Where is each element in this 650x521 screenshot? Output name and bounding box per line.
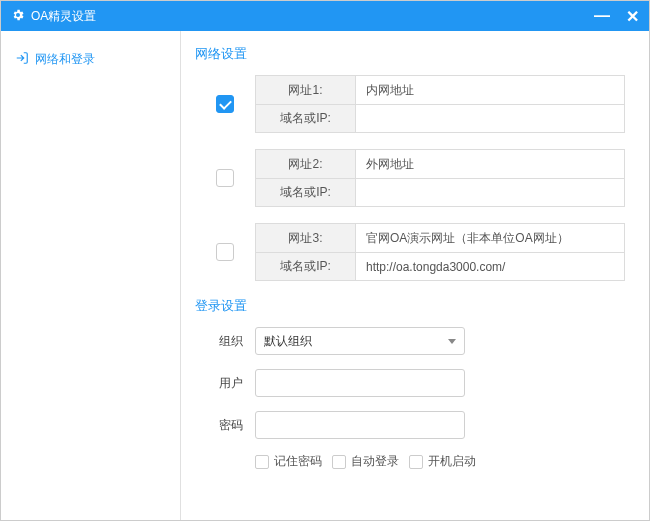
- network-2-addr-value: 外网地址: [356, 150, 624, 178]
- user-input[interactable]: [255, 369, 465, 397]
- minimize-button[interactable]: —: [594, 7, 610, 26]
- login-icon: [15, 51, 29, 68]
- remember-password-label: 记住密码: [274, 453, 322, 470]
- gear-icon: [11, 8, 25, 25]
- window-title: OA精灵设置: [31, 8, 96, 25]
- network-3-domain-label: 域名或IP:: [256, 253, 356, 280]
- network-entry-2: 网址2: 外网地址 域名或IP:: [195, 149, 625, 207]
- user-label: 用户: [195, 375, 255, 392]
- network-1-domain-input[interactable]: [366, 112, 614, 126]
- auto-login-label: 自动登录: [351, 453, 399, 470]
- password-label: 密码: [195, 417, 255, 434]
- network-1-domain-label: 域名或IP:: [256, 105, 356, 132]
- remember-password-checkbox[interactable]: [255, 455, 269, 469]
- network-1-addr-label: 网址1:: [256, 76, 356, 104]
- network-3-checkbox[interactable]: [216, 243, 234, 261]
- sidebar-item-label: 网络和登录: [35, 51, 95, 68]
- network-1-addr-value: 内网地址: [356, 76, 624, 104]
- autostart-label: 开机启动: [428, 453, 476, 470]
- network-2-addr-label: 网址2:: [256, 150, 356, 178]
- network-entry-3: 网址3: 官网OA演示网址（非本单位OA网址） 域名或IP:: [195, 223, 625, 281]
- close-button[interactable]: ✕: [626, 7, 639, 26]
- org-select[interactable]: 默认组织: [255, 327, 465, 355]
- network-3-addr-value: 官网OA演示网址（非本单位OA网址）: [356, 224, 624, 252]
- sidebar-item-network-login[interactable]: 网络和登录: [1, 45, 180, 74]
- main-panel: 网络设置 网址1: 内网地址 域名或IP:: [181, 31, 649, 520]
- sidebar: 网络和登录: [1, 31, 181, 520]
- login-section-title: 登录设置: [195, 297, 625, 315]
- org-select-value: 默认组织: [264, 333, 312, 350]
- network-section-title: 网络设置: [195, 45, 625, 63]
- settings-window: OA精灵设置 — ✕ 网络和登录 网络设置 网址1: 内网地址: [0, 0, 650, 521]
- titlebar: OA精灵设置 — ✕: [1, 1, 649, 31]
- auto-login-checkbox[interactable]: [332, 455, 346, 469]
- org-label: 组织: [195, 333, 255, 350]
- network-2-domain-label: 域名或IP:: [256, 179, 356, 206]
- chevron-down-icon: [448, 339, 456, 344]
- network-3-domain-input[interactable]: [366, 260, 614, 274]
- network-3-addr-label: 网址3:: [256, 224, 356, 252]
- network-2-checkbox[interactable]: [216, 169, 234, 187]
- network-2-domain-input[interactable]: [366, 186, 614, 200]
- network-1-checkbox[interactable]: [216, 95, 234, 113]
- network-entry-1: 网址1: 内网地址 域名或IP:: [195, 75, 625, 133]
- password-input[interactable]: [255, 411, 465, 439]
- autostart-checkbox[interactable]: [409, 455, 423, 469]
